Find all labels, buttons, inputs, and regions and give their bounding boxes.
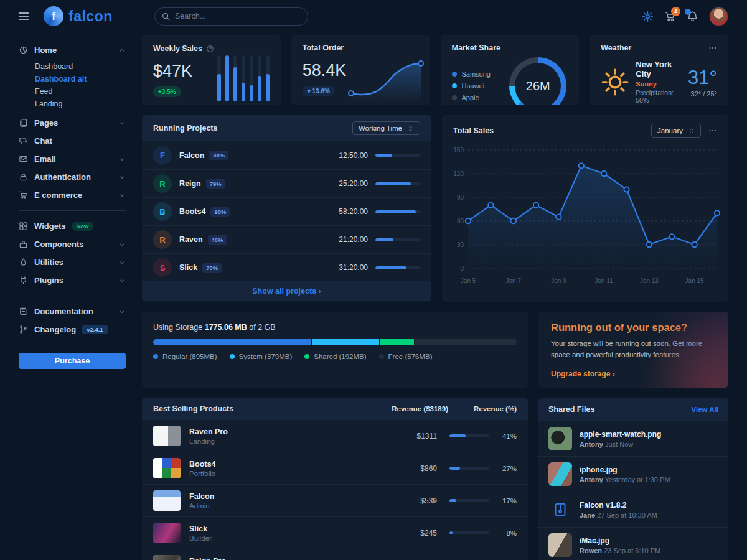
storage-segment	[415, 339, 517, 345]
product-row[interactable]: SlickBuilder$2458%	[142, 516, 528, 549]
weekly-sales-value: $47K	[153, 62, 192, 81]
product-row[interactable]: Reign ProAgency$2347%	[142, 549, 528, 560]
sidebar-badge: v2.4.1	[82, 325, 107, 334]
working-time-select[interactable]: Working Time	[352, 121, 420, 135]
sidebar-item-documentation[interactable]: Documentation	[19, 302, 126, 320]
weather-range: 32° / 25°	[688, 90, 717, 98]
sidebar-item-pages[interactable]: Pages	[19, 114, 126, 132]
product-row[interactable]: Boots4Portfolio$86027%	[142, 452, 528, 484]
storage-label: Using Storage 1775.06 MB of 2 GB	[153, 323, 517, 332]
user-avatar[interactable]	[709, 7, 728, 26]
product-revenue-percent: 27%	[489, 465, 517, 472]
legend-dot	[452, 95, 457, 100]
sidebar-item-plugins[interactable]: Plugins	[19, 271, 126, 289]
sidebar-item-home[interactable]: Home	[19, 41, 126, 59]
sidebar-subitem-dashboard[interactable]: Dashboard	[35, 60, 126, 73]
project-percent-badge: 90%	[210, 207, 230, 217]
sidebar-item-label: Email	[34, 154, 56, 164]
file-row[interactable]: iphone.jpgAntony Yesterday at 1:30 PM	[538, 456, 728, 492]
project-row[interactable]: RReign79%25:20:00	[142, 169, 431, 197]
upgrade-storage-link[interactable]: Upgrade storage ›	[551, 370, 615, 378]
product-name[interactable]: Raven Pro	[189, 427, 228, 436]
file-name[interactable]: Falcon v1.8.2	[580, 501, 657, 510]
file-row[interactable]: iMac.jpgRowen 23 Sep at 6:10 PM	[538, 527, 728, 560]
product-row[interactable]: Raven ProLanding$131141%	[142, 420, 528, 452]
project-time: 31:20:00	[333, 263, 368, 272]
sidebar-subitem-landing[interactable]: Landing	[35, 98, 126, 110]
show-all-projects-link[interactable]: Show all projects ›	[252, 287, 321, 296]
notifications-bell-icon[interactable]	[687, 11, 698, 22]
chevron-down-icon	[118, 277, 126, 284]
purchase-button[interactable]: Purchase	[19, 353, 126, 369]
sidebar-item-chat[interactable]: Chat	[19, 132, 126, 150]
product-category: Builder	[189, 534, 212, 542]
project-row[interactable]: RRaven40%21:20:00	[142, 225, 431, 253]
project-row[interactable]: BBoots490%58:20:00	[142, 197, 431, 225]
file-name[interactable]: apple-smart-watch.png	[580, 430, 661, 439]
legend-dot	[379, 354, 384, 359]
weather-card: Weather New York City Sunny Precipitatio…	[590, 35, 728, 105]
weather-title: Weather	[601, 44, 631, 52]
storage-segment	[153, 339, 311, 345]
svg-text:Jan 13: Jan 13	[640, 278, 659, 284]
svg-text:Jan 9: Jan 9	[551, 278, 566, 284]
project-progress-bar	[375, 266, 420, 269]
storage-legend-item: Shared (192MB)	[304, 353, 366, 360]
file-name[interactable]: iMac.jpg	[580, 536, 660, 545]
product-name[interactable]: Falcon	[189, 492, 214, 501]
weekly-sales-bar	[258, 55, 261, 101]
svg-text:150: 150	[453, 147, 464, 154]
project-avatar: F	[153, 146, 172, 165]
sidebar-item-components[interactable]: Components	[19, 235, 126, 253]
product-name[interactable]: Reign Pro	[189, 557, 226, 560]
product-revenue-percent: 17%	[489, 497, 517, 505]
project-row[interactable]: FFalcon38%12:50:00	[142, 141, 431, 169]
sidebar-item-e-commerce[interactable]: E commerce	[19, 186, 126, 204]
product-row[interactable]: FalconAdmin$53917%	[142, 484, 528, 516]
sidebar-item-changelog[interactable]: Changelogv2.4.1	[19, 320, 126, 338]
search-input[interactable]	[154, 7, 308, 26]
month-select[interactable]: January	[651, 124, 701, 138]
project-name: Boots4	[179, 207, 205, 216]
file-row[interactable]: Falcon v1.8.2Jane 27 Sep at 10:30 AM	[538, 492, 728, 527]
storage-legend-item: Free (576MB)	[379, 353, 433, 360]
settings-gear-icon[interactable]	[642, 11, 654, 22]
sidebar-item-widgets[interactable]: WidgetsNow	[19, 217, 126, 235]
project-name: Reign	[179, 179, 201, 188]
sidebar-item-authentication[interactable]: Authentication	[19, 168, 126, 186]
storage-legend: Regular (895MB)System (379MB)Shared (192…	[153, 353, 517, 360]
weekly-sales-bar	[242, 55, 245, 101]
product-revenue-bar	[449, 531, 489, 534]
svg-text:120: 120	[453, 170, 464, 177]
sun-icon	[601, 68, 629, 96]
file-row[interactable]: apple-smart-watch.pngAntony Just Now	[538, 421, 728, 456]
product-name[interactable]: Slick	[189, 525, 212, 533]
file-name[interactable]: iphone.jpg	[580, 465, 670, 474]
widgets-icon	[19, 222, 28, 231]
view-all-link[interactable]: View All	[692, 406, 718, 413]
hamburger-menu-icon[interactable]	[17, 10, 30, 22]
sidebar-subitem-feed[interactable]: Feed	[35, 85, 126, 98]
cart-icon-top[interactable]: 1	[664, 11, 676, 22]
product-name[interactable]: Boots4	[189, 460, 215, 469]
cart-badge: 1	[671, 7, 680, 16]
changelog-icon	[19, 325, 28, 334]
market-share-legend-item: Huawei	[452, 82, 491, 90]
storage-legend-item: Regular (895MB)	[153, 353, 217, 360]
weekly-sales-bar	[225, 55, 229, 101]
help-circle-icon[interactable]	[206, 44, 214, 53]
weather-menu-icon[interactable]	[708, 44, 717, 52]
sidebar-item-utilities[interactable]: Utilities	[19, 253, 126, 271]
project-avatar: R	[153, 174, 172, 193]
project-time: 58:20:00	[333, 207, 368, 216]
chat-icon	[19, 136, 28, 146]
storage-card: Using Storage 1775.06 MB of 2 GB Regular…	[142, 312, 528, 388]
project-row[interactable]: SSlick70%31:20:00	[142, 253, 431, 281]
total-sales-menu-icon[interactable]	[708, 126, 717, 135]
app-logo[interactable]: f falcon	[44, 6, 137, 26]
weekly-sales-bar	[233, 55, 237, 101]
project-progress-bar	[375, 182, 420, 185]
sidebar-item-email[interactable]: Email	[19, 150, 126, 168]
weekly-sales-card: Weekly Sales $47K +3.5%	[142, 35, 281, 105]
sidebar-subitem-dashboard-alt[interactable]: Dashboard alt	[35, 73, 126, 85]
